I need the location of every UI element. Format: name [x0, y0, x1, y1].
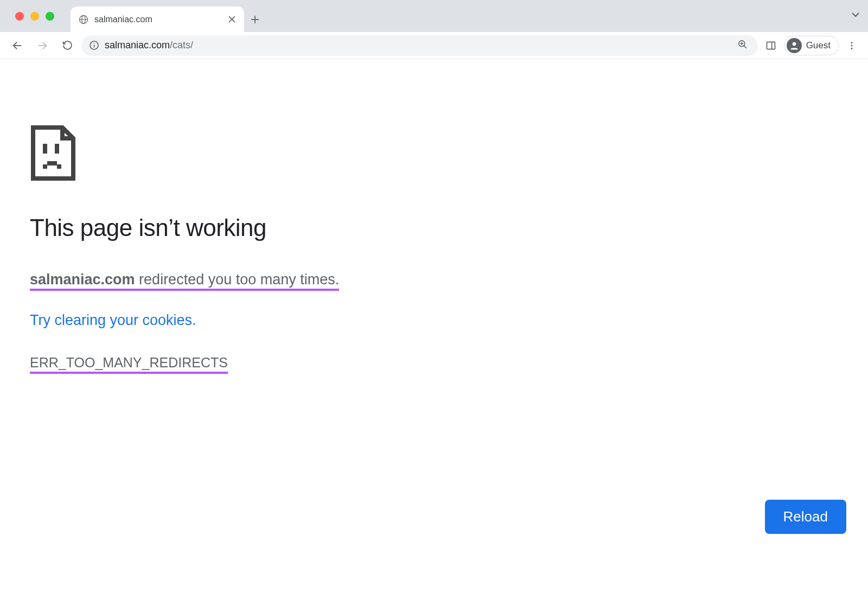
globe-icon: [78, 14, 89, 25]
profile-label: Guest: [806, 40, 831, 51]
url-path: /cats/: [170, 40, 193, 50]
tab-title: salmaniac.com: [94, 15, 221, 24]
svg-point-18: [792, 42, 796, 46]
url-host: salmaniac.com: [105, 40, 170, 50]
browser-toolbar: salmaniac.com/cats/ Guest: [0, 32, 868, 59]
back-button[interactable]: [7, 35, 28, 56]
zoom-icon[interactable]: [737, 39, 748, 52]
close-tab-button[interactable]: [227, 15, 237, 24]
window-controls: [15, 12, 54, 21]
error-redirect-suffix: redirected you too many times.: [135, 271, 340, 288]
close-window-button[interactable]: [15, 12, 24, 21]
new-tab-button[interactable]: [244, 7, 266, 32]
forward-button[interactable]: [31, 35, 53, 56]
reload-button[interactable]: Reload: [765, 500, 846, 534]
site-info-icon[interactable]: [89, 40, 99, 50]
svg-rect-16: [767, 42, 775, 49]
svg-rect-22: [43, 144, 47, 154]
fullscreen-window-button[interactable]: [46, 12, 54, 21]
error-suggestion-line: Try clearing your cookies.: [30, 312, 838, 329]
tab-strip: salmaniac.com: [0, 0, 868, 32]
avatar-icon: [787, 38, 802, 53]
svg-rect-24: [43, 164, 47, 169]
minimize-window-button[interactable]: [30, 12, 39, 21]
error-description-line: salmaniac.com redirected you too many ti…: [30, 267, 838, 292]
error-code-wrap: ERR_TOO_MANY_REDIRECTS: [30, 329, 838, 374]
error-page: This page isn’t working salmaniac.com re…: [0, 59, 868, 599]
clear-cookies-link[interactable]: Try clearing your cookies: [30, 312, 192, 328]
error-host: salmaniac.com: [30, 271, 135, 288]
svg-point-20: [851, 44, 853, 46]
reload-toolbar-button[interactable]: [56, 35, 78, 56]
svg-rect-23: [55, 144, 59, 154]
browser-menu-button[interactable]: [842, 36, 861, 55]
svg-rect-25: [47, 161, 57, 165]
side-panel-button[interactable]: [761, 36, 781, 55]
svg-line-13: [744, 46, 746, 48]
svg-point-21: [851, 47, 853, 49]
url-text: salmaniac.com/cats/: [105, 40, 732, 51]
error-code: ERR_TOO_MANY_REDIRECTS: [30, 355, 228, 374]
profile-button[interactable]: Guest: [784, 36, 839, 55]
tabs-dropdown-button[interactable]: [851, 10, 860, 22]
browser-tab[interactable]: salmaniac.com: [71, 7, 244, 32]
svg-point-11: [94, 43, 95, 44]
sad-file-icon: [30, 124, 76, 182]
address-bar[interactable]: salmaniac.com/cats/: [81, 35, 758, 56]
error-heading: This page isn’t working: [30, 214, 838, 241]
svg-rect-26: [57, 164, 61, 169]
svg-point-19: [851, 42, 853, 43]
suggestion-dot: .: [192, 312, 196, 328]
